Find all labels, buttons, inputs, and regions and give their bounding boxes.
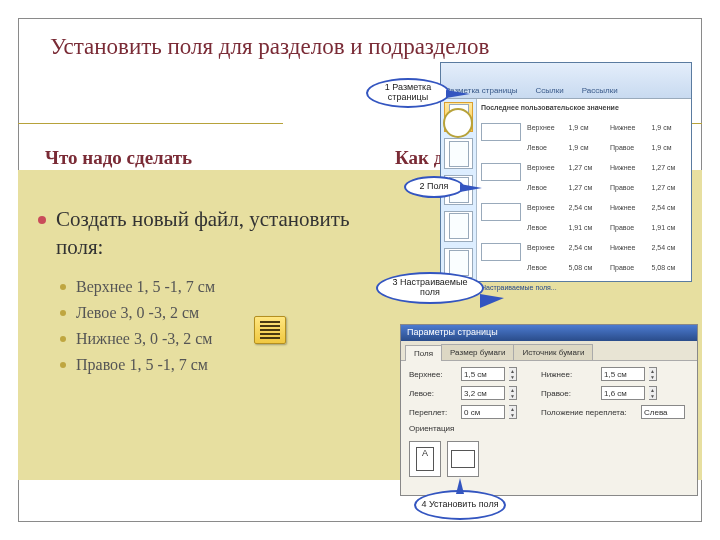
bullet-icon	[60, 310, 66, 316]
margins-preset-grid: Последнее пользовательское значение Верх…	[477, 99, 691, 281]
main-bullet: Создать новый файл, установить поля:	[38, 205, 358, 262]
spinner-icon[interactable]: ▲▼	[649, 386, 657, 400]
list-item: Верхнее 1, 5 -1, 7 см	[60, 278, 215, 296]
landscape-icon	[451, 450, 475, 468]
bullet-icon	[60, 284, 66, 290]
spinner-icon[interactable]: ▲▼	[509, 386, 517, 400]
list-item: Правое 1, 5 -1, 7 см	[60, 356, 215, 374]
orientation-label: Ориентация	[409, 424, 689, 433]
spinner-icon[interactable]: ▲▼	[649, 367, 657, 381]
dialog-tabs: Поля Размер бумаги Источник бумаги	[401, 341, 697, 361]
ribbon-tab: Ссылки	[536, 86, 564, 95]
callout-1: 1 Разметка страницы	[366, 78, 450, 108]
top-margin-label: Верхнее:	[409, 370, 457, 379]
list-item-text: Нижнее 3, 0 -3, 2 см	[76, 330, 213, 348]
left-column-heading: Что надо сделать	[45, 147, 192, 169]
decorative-circle	[443, 108, 473, 138]
slide: Установить поля для разделов и подраздел…	[0, 0, 720, 540]
right-margin-input[interactable]: 1,6 см	[601, 386, 645, 400]
gutter-input[interactable]: 0 см	[461, 405, 505, 419]
list-item-text: Верхнее 1, 5 -1, 7 см	[76, 278, 215, 296]
list-item-text: Правое 1, 5 -1, 7 см	[76, 356, 208, 374]
margin-preset-thumb[interactable]	[444, 138, 473, 168]
right-margin-label: Правое:	[541, 389, 597, 398]
preset-thumb-icon	[481, 203, 521, 221]
callout-3: 3 Настраиваемые поля	[376, 272, 484, 304]
list-item-text: Левое 3, 0 -3, 2 см	[76, 304, 199, 322]
gutter-position-label: Положение переплета:	[541, 408, 637, 417]
preset-thumb-icon	[481, 123, 521, 141]
gutter-label: Переплет:	[409, 408, 457, 417]
dialog-form: Верхнее: 1,5 см▲▼ Нижнее: 1,5 см▲▼ Левое…	[401, 361, 697, 483]
ribbon-tab: Рассылки	[582, 86, 618, 95]
top-margin-input[interactable]: 1,5 см	[461, 367, 505, 381]
justify-align-icon	[254, 316, 286, 344]
left-margin-label: Левое:	[409, 389, 457, 398]
portrait-option[interactable]: A	[409, 441, 441, 477]
bottom-margin-label: Нижнее:	[541, 370, 597, 379]
custom-margins-link[interactable]: Настраиваемые поля...	[481, 283, 687, 301]
preset-thumb-icon	[481, 243, 521, 261]
tab-paper-size[interactable]: Размер бумаги	[441, 344, 514, 360]
callout-4: 4 Установить поля	[414, 490, 506, 520]
tab-margins[interactable]: Поля	[405, 345, 442, 361]
word-margins-dropdown-screenshot: Разметка страницы Ссылки Рассылки Послед…	[440, 62, 692, 282]
spinner-icon[interactable]: ▲▼	[509, 367, 517, 381]
tab-paper-source[interactable]: Источник бумаги	[513, 344, 593, 360]
bullet-icon	[38, 216, 46, 224]
preset-thumb-icon	[481, 163, 521, 181]
bottom-margin-input[interactable]: 1,5 см	[601, 367, 645, 381]
gutter-position-input[interactable]: Слева	[641, 405, 685, 419]
main-bullet-text: Создать новый файл, установить поля:	[56, 205, 358, 262]
slide-title: Установить поля для разделов и подраздел…	[50, 34, 680, 60]
callout-2: 2 Поля	[404, 176, 464, 198]
ribbon: Разметка страницы Ссылки Рассылки	[441, 63, 691, 99]
landscape-option[interactable]	[447, 441, 479, 477]
bullet-icon	[60, 336, 66, 342]
left-margin-input[interactable]: 3,2 см	[461, 386, 505, 400]
page-setup-dialog-screenshot: Параметры страницы Поля Размер бумаги Ис…	[400, 324, 698, 496]
dialog-titlebar: Параметры страницы	[401, 325, 697, 341]
sub-bullet-list: Верхнее 1, 5 -1, 7 см Левое 3, 0 -3, 2 с…	[60, 278, 215, 382]
list-item: Нижнее 3, 0 -3, 2 см	[60, 330, 215, 348]
spinner-icon[interactable]: ▲▼	[509, 405, 517, 419]
list-item: Левое 3, 0 -3, 2 см	[60, 304, 215, 322]
bullet-icon	[60, 362, 66, 368]
margin-preset-thumb[interactable]	[444, 211, 473, 241]
preset-header: Последнее пользовательское значение	[481, 103, 687, 121]
orientation-options: A	[409, 441, 689, 477]
portrait-icon: A	[416, 447, 434, 471]
